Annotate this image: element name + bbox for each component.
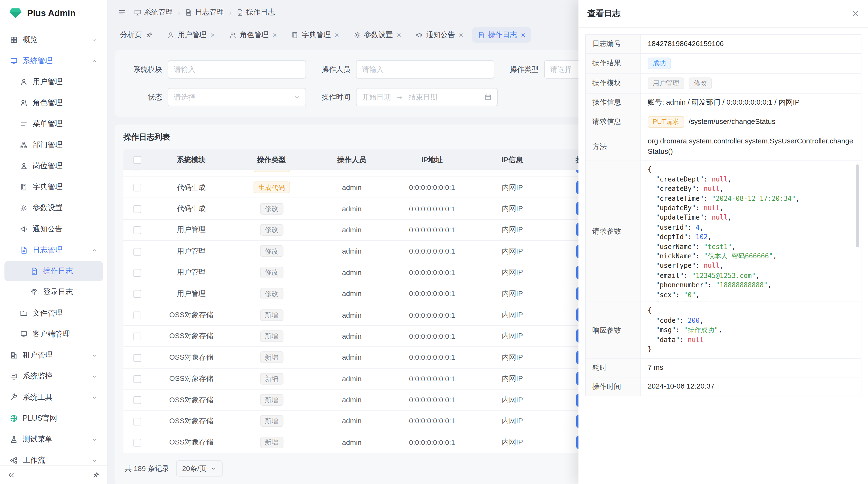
tab-close-icon[interactable]: × [273,31,277,39]
sidebar-item-log-management[interactable]: 日志管理 [4,240,103,260]
tab-role-management[interactable]: 角色管理× [224,27,283,43]
sidebar-item-tenant-management[interactable]: 租户管理 [4,346,103,365]
detail-row-method: 方法 org.dromara.system.controller.system.… [586,132,861,161]
operation-type-badge: 新增 [260,352,283,363]
cell-ip-info: 内网IP [472,438,552,447]
scrollbar-thumb[interactable] [856,165,859,248]
row-checkbox[interactable] [133,354,141,361]
row-checkbox[interactable] [133,184,141,192]
system-module-input[interactable]: 请输入 [168,60,306,78]
cell-ip-info: 内网IP [472,352,552,362]
tab-close-icon[interactable]: × [397,31,401,39]
sidebar-menu: 概览系统管理用户管理角色管理菜单管理部门管理岗位管理字典管理参数设置通知公告日志… [0,27,107,465]
row-checkbox[interactable] [133,205,141,213]
response-params-code: { "code": 200, "msg": "操作成功", "data": nu… [641,302,861,358]
search-field-label: 系统模块 [130,64,162,74]
sidebar-item-operation-log[interactable]: 操作日志 [4,261,103,281]
operation-info-value: 账号: admin / 研发部门 / 0:0:0:0:0:0:0:1 / 内网I… [641,94,861,111]
search-field-label: 操作人员 [318,64,350,74]
sidebar-item-param-settings[interactable]: 参数设置 [4,198,103,218]
request-url: /system/user/changeStatus [689,117,775,127]
select-all-checkbox[interactable] [133,156,141,164]
status-select[interactable]: 请选择 [168,88,306,106]
tab-close-icon[interactable]: × [459,31,463,39]
row-checkbox[interactable] [133,333,141,340]
row-checkbox[interactable] [133,269,141,277]
tab-close-icon[interactable]: × [335,31,339,39]
operation-time-range-input[interactable]: 开始日期结束日期 [356,88,498,106]
detail-row-result: 操作结果 成功 [586,54,861,73]
collapse-sidebar-icon[interactable] [8,472,15,479]
row-checkbox[interactable] [133,170,141,171]
sidebar-item-user-management[interactable]: 用户管理 [4,72,103,92]
operation-type-badge: 新增 [260,373,283,384]
row-checkbox[interactable] [133,290,141,298]
row-checkbox[interactable] [133,312,141,319]
sidebar-pin-icon[interactable] [92,472,100,479]
cell-module: 代码生成 [151,204,231,214]
logo[interactable]: Plus Admin [0,0,107,27]
tab-close-icon[interactable]: × [210,31,215,39]
row-checkbox[interactable] [133,439,141,447]
hamburger-icon[interactable] [118,8,126,16]
app-title: Plus Admin [27,8,76,18]
tab-close-icon[interactable]: × [521,31,525,39]
flask-icon [10,435,18,443]
result-badge: 成功 [648,57,671,69]
row-checkbox[interactable] [133,248,141,256]
sidebar-item-notice[interactable]: 通知公告 [4,219,103,239]
row-checkbox[interactable] [133,227,141,234]
row-checkbox[interactable] [133,396,141,404]
sidebar-item-plus-site[interactable]: PLUS官网 [4,408,103,428]
sidebar-item-overview[interactable]: 概览 [4,30,103,50]
request-params-code[interactable]: { "createDept": null, "createBy": null, … [641,161,861,302]
tab-user-management[interactable]: 用户管理× [161,27,220,43]
sidebar-item-label: 租户管理 [23,350,53,360]
sidebar-item-system-tools[interactable]: 系统工具 [4,387,103,407]
cell-module: OSS对象存储 [151,416,231,426]
sidebar-item-menu-management[interactable]: 菜单管理 [4,114,103,134]
sidebar-item-system-monitor[interactable]: 系统监控 [4,366,103,386]
page-size-select[interactable]: 20条/页 [176,460,222,477]
search-field-label: 状态 [130,92,162,102]
sidebar-item-system-management[interactable]: 系统管理 [4,51,103,71]
row-checkbox[interactable] [133,418,141,425]
close-icon[interactable] [852,10,859,17]
sidebar-item-label: 系统监控 [23,372,53,381]
cell-module: 用户管理 [151,225,231,235]
tab-notice[interactable]: 通知公告× [410,27,469,43]
cell-ip-info: 内网IP [472,246,552,256]
tab-dict-management[interactable]: 字典管理× [286,27,345,43]
sidebar-item-label: 概览 [23,35,38,45]
dict-icon [291,31,299,39]
row-checkbox[interactable] [133,375,141,383]
cell-ip: 0:0:0:0:0:0:0:1 [392,353,472,361]
operator-input[interactable]: 请输入 [356,60,494,78]
sidebar-item-dept-management[interactable]: 部门管理 [4,135,103,155]
cell-operator: admin [312,268,392,277]
breadcrumb-item[interactable]: 日志管理 [185,7,224,17]
sidebar-item-workflow[interactable]: 工作流 [4,451,103,465]
breadcrumb-item[interactable]: 系统管理 [134,7,173,17]
cell-operator: admin [312,396,392,404]
file-icon [20,309,28,317]
breadcrumb-item[interactable]: 操作日志 [236,7,275,17]
sidebar-item-test-menu[interactable]: 测试菜单 [4,429,103,450]
tab-param-settings[interactable]: 参数设置× [348,27,407,43]
sidebar-item-client-management[interactable]: 客户端管理 [4,324,103,344]
user-icon [167,31,174,39]
sidebar-item-login-log[interactable]: 登录日志 [4,282,103,302]
tab-operation-log[interactable]: 操作日志× [472,27,531,43]
scrollbar[interactable] [856,165,859,299]
tab-analysis[interactable]: 分析页 [115,27,158,43]
detail-label: 操作时间 [586,378,641,395]
detail-row-module: 操作模块 用户管理 修改 [586,73,861,94]
sidebar-item-file-management[interactable]: 文件管理 [4,303,103,323]
cell-ip: 0:0:0:0:0:0:0:1 [392,417,472,425]
cell-module: OSS对象存储 [151,331,231,341]
sidebar-item-post-management[interactable]: 岗位管理 [4,156,103,176]
sidebar-item-dict-management[interactable]: 字典管理 [4,177,103,197]
role-icon [229,31,237,39]
sidebar-item-role-management[interactable]: 角色管理 [4,93,103,113]
sidebar-footer [0,465,107,484]
